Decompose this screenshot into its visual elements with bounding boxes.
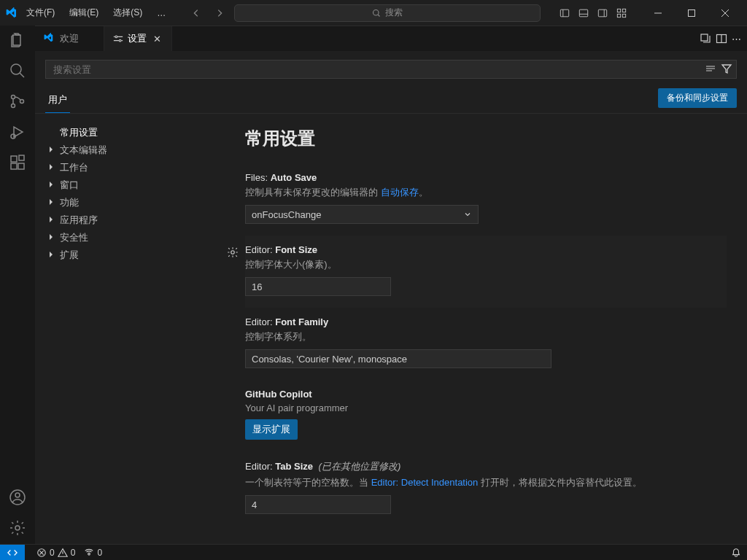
settings-toc: 常用设置 文本编辑器 工作台 窗口 功能 应用程序 安全性 扩展 <box>35 114 225 544</box>
tab-settings[interactable]: 设置 ✕ <box>104 26 172 51</box>
tab-bar: 欢迎 ✕ 设置 ✕ ⋯ <box>35 26 747 51</box>
window-min-icon[interactable] <box>642 2 674 24</box>
settings-scope-row: 用户 备份和同步设置 <box>35 83 747 114</box>
settings-root: 用户 备份和同步设置 常用设置 文本编辑器 工作台 窗口 功能 应用程序 安全性… <box>35 51 747 544</box>
toc-apps[interactable]: 应用程序 <box>45 211 214 229</box>
chevron-down-icon <box>463 210 472 219</box>
status-bar: 0 0 0 <box>0 544 747 560</box>
menu-edit[interactable]: 编辑(E) <box>63 4 104 22</box>
setting-editor-fontsize: Editor: Font Size 控制字体大小(像素)。 <box>245 236 727 308</box>
settings-body: 常用设置 文本编辑器 工作台 窗口 功能 应用程序 安全性 扩展 常用设置 Fi… <box>35 114 747 544</box>
vscode-logo-icon <box>44 33 55 44</box>
error-icon <box>36 548 47 558</box>
menu-select[interactable]: 选择(S) <box>107 4 148 22</box>
tab-settings-label: 设置 <box>128 32 147 45</box>
toc-texteditor[interactable]: 文本编辑器 <box>45 141 214 159</box>
status-problems[interactable]: 0 0 <box>36 548 75 558</box>
svg-rect-2 <box>579 9 587 17</box>
toc-extensions[interactable]: 扩展 <box>45 246 214 264</box>
menu-overflow[interactable]: … <box>151 5 171 21</box>
status-notifications[interactable] <box>731 548 741 558</box>
search-placeholder-text: 搜索 <box>385 7 403 19</box>
scope-user-tab[interactable]: 用户 <box>45 88 70 113</box>
svg-point-0 <box>373 9 379 15</box>
svg-rect-16 <box>18 163 24 169</box>
sync-settings-button[interactable]: 备份和同步设置 <box>658 88 737 108</box>
toc-workbench[interactable]: 工作台 <box>45 159 214 176</box>
settings-content[interactable]: 常用设置 Files: Auto Save 控制具有未保存更改的编辑器的 自动保… <box>225 114 747 544</box>
layout-right-icon[interactable] <box>594 4 611 22</box>
command-center-search[interactable]: 搜索 <box>234 4 541 22</box>
layout-customize-icon[interactable] <box>613 4 630 22</box>
layout-left-icon[interactable] <box>556 4 573 22</box>
tab-welcome-label: 欢迎 <box>60 32 79 45</box>
activity-scm-icon[interactable] <box>9 93 26 110</box>
activity-extensions-icon[interactable] <box>9 154 26 171</box>
tabsize-input[interactable] <box>245 495 391 514</box>
setting-label: Files: Auto Save <box>245 172 727 183</box>
setting-desc: 控制字体系列。 <box>245 330 727 343</box>
status-ports[interactable]: 0 <box>84 548 102 558</box>
setting-desc: Your AI pair programmer <box>245 402 727 413</box>
svg-point-12 <box>20 100 24 104</box>
toc-features[interactable]: 功能 <box>45 194 214 211</box>
open-json-icon[interactable] <box>700 33 711 44</box>
remote-indicator[interactable] <box>0 545 25 561</box>
svg-point-22 <box>119 39 121 42</box>
svg-rect-17 <box>19 155 24 160</box>
titlebar-left: 文件(F) 编辑(E) 选择(S) … <box>6 4 171 22</box>
vscode-logo-icon <box>6 7 18 19</box>
activity-explorer-icon[interactable] <box>9 31 26 49</box>
setting-label: GitHub Copilot <box>245 389 727 400</box>
settings-heading: 常用设置 <box>245 127 727 150</box>
svg-rect-23 <box>701 34 708 41</box>
svg-rect-1 <box>560 9 568 17</box>
toc-window[interactable]: 窗口 <box>45 176 214 194</box>
svg-point-20 <box>15 526 20 530</box>
split-editor-icon[interactable] <box>716 33 727 44</box>
tab-close-icon[interactable]: ✕ <box>151 33 163 44</box>
activity-debug-icon[interactable] <box>9 123 26 141</box>
window-close-icon[interactable] <box>709 2 741 24</box>
nav-back-icon[interactable] <box>187 4 205 22</box>
fontsize-input[interactable] <box>245 277 391 296</box>
activity-account-icon[interactable] <box>9 489 26 506</box>
bell-icon <box>731 548 741 558</box>
autosave-select[interactable]: onFocusChange <box>245 205 479 224</box>
settings-search-input[interactable] <box>45 60 737 79</box>
tab-actions: ⋯ <box>700 26 747 51</box>
activity-settings-icon[interactable] <box>9 519 26 537</box>
setting-editor-tabsize: Editor: Tab Size (已在其他位置修改) 一个制表符等于的空格数。… <box>245 451 727 526</box>
setting-label: Editor: Font Size <box>245 244 727 255</box>
show-extension-button[interactable]: 显示扩展 <box>245 419 298 440</box>
detect-indent-link[interactable]: Editor: Detect Indentation <box>371 477 479 488</box>
activity-bar <box>0 26 35 544</box>
window-max-icon[interactable] <box>676 2 708 24</box>
layout-bottom-icon[interactable] <box>575 4 592 22</box>
svg-point-25 <box>231 251 235 254</box>
warning-icon <box>58 548 68 558</box>
setting-desc: 一个制表符等于的空格数。当 Editor: Detect Indentation… <box>245 476 727 489</box>
setting-editor-fontfamily: Editor: Font Family 控制字体系列。 <box>245 308 727 380</box>
setting-label: Editor: Tab Size (已在其他位置修改) <box>245 460 727 473</box>
filter-icon[interactable] <box>721 63 732 74</box>
titlebar-right <box>556 2 741 24</box>
nav-fwd-icon[interactable] <box>211 4 228 22</box>
search-icon <box>372 9 381 18</box>
toc-security[interactable]: 安全性 <box>45 229 214 246</box>
autosave-link[interactable]: 自动保存 <box>381 187 419 198</box>
gear-icon[interactable] <box>226 246 239 259</box>
titlebar: 文件(F) 编辑(E) 选择(S) … 搜索 <box>0 0 747 26</box>
setting-label: Editor: Font Family <box>245 316 727 327</box>
toc-common[interactable]: 常用设置 <box>45 124 214 141</box>
clear-search-icon[interactable] <box>705 63 716 74</box>
fontfamily-input[interactable] <box>245 349 551 368</box>
svg-rect-14 <box>11 156 17 162</box>
svg-rect-7 <box>622 14 625 17</box>
tab-welcome[interactable]: 欢迎 ✕ <box>35 26 104 51</box>
svg-rect-6 <box>617 14 620 17</box>
menu-file[interactable]: 文件(F) <box>20 4 61 22</box>
setting-desc: 控制字体大小(像素)。 <box>245 258 727 271</box>
activity-search-icon[interactable] <box>9 62 26 79</box>
more-actions-icon[interactable]: ⋯ <box>732 34 741 44</box>
